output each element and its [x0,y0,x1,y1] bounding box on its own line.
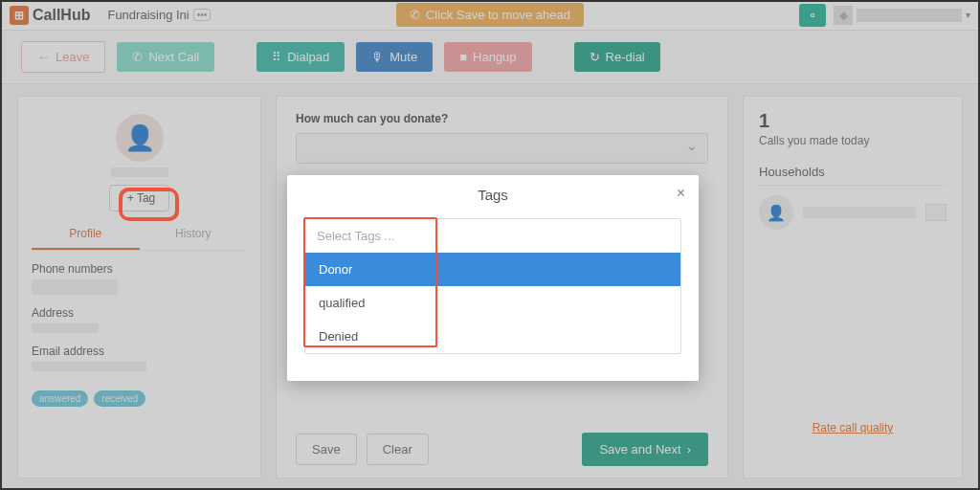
tags-dropdown[interactable]: Select Tags ... Donor qualified Denied [304,218,681,354]
tags-modal-close[interactable]: × [677,185,685,202]
tag-option-qualified[interactable]: qualified [305,286,680,320]
tags-select-input[interactable]: Select Tags ... [305,219,680,253]
tag-option-denied[interactable]: Denied [305,320,680,353]
tag-option-donor[interactable]: Donor [305,253,680,286]
tags-modal-title: Tags [304,187,681,203]
tags-modal: Tags × Select Tags ... Donor qualified D… [287,175,699,381]
